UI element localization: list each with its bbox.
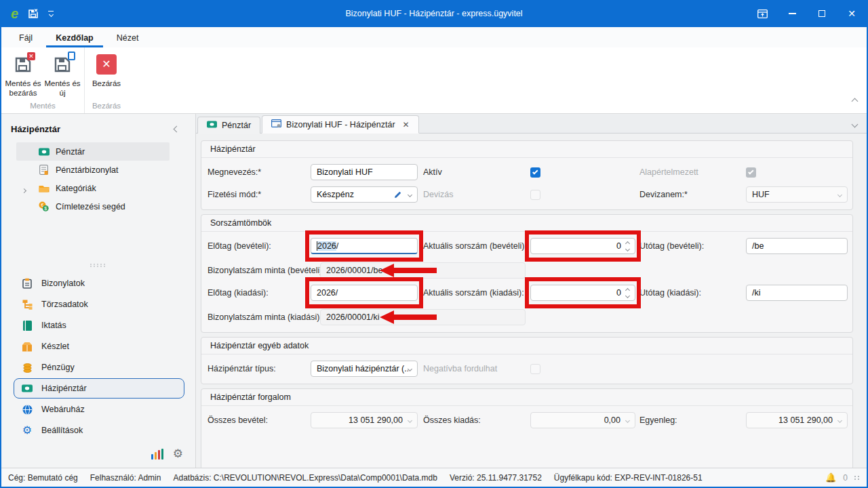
module-keszlet[interactable]: Készlet bbox=[14, 336, 184, 357]
box-icon bbox=[21, 342, 33, 352]
close-form-button[interactable]: ✕ Bezárás bbox=[87, 50, 125, 100]
module-label: Készlet bbox=[41, 342, 69, 351]
devizas-checkbox bbox=[530, 190, 540, 200]
close-form-label: Bezárás bbox=[92, 79, 121, 88]
module-label: Törzsadatok bbox=[41, 300, 88, 309]
quick-save-icon[interactable] bbox=[28, 8, 39, 19]
expand-chevron-icon[interactable] bbox=[22, 185, 26, 195]
edit-pencil-icon[interactable] bbox=[394, 190, 402, 199]
svg-text:$: $ bbox=[44, 206, 47, 211]
module-label: Beállítások bbox=[41, 426, 83, 435]
quick-access-toolbar-menu[interactable] bbox=[48, 11, 54, 17]
spin-up-icon[interactable] bbox=[625, 287, 630, 292]
receipt-document-icon bbox=[38, 165, 50, 175]
hazipenztar-tipus-dropdown[interactable]: Bizonylati házipénztár (... bbox=[311, 361, 418, 377]
title-bar: e Bizonylati HUF - Házipénztár - express… bbox=[1, 0, 867, 27]
sidebar-item-penztar[interactable]: Pénztár bbox=[16, 142, 170, 161]
group-forgalom: Házipénztár forgalom Összes bevétel: 13 … bbox=[201, 388, 853, 468]
splitter-drag-handle[interactable] bbox=[1, 261, 195, 270]
sidebar-item-penztarbizonylat[interactable]: Pénztárbizonylat bbox=[16, 161, 170, 179]
group-title: Házipénztár egyéb adatok bbox=[201, 338, 852, 354]
banknote-icon bbox=[38, 148, 50, 156]
doc-tab-penztar[interactable]: Pénztár bbox=[197, 117, 260, 134]
ribbon-group-bezaras: ✕ Bezárás Bezárás bbox=[84, 47, 128, 113]
app-window: e Bizonylati HUF - Házipénztár - express… bbox=[0, 0, 868, 488]
window-title: Bizonylati HUF - Házipénztár - express.ü… bbox=[345, 9, 522, 18]
alapertelmezett-checkbox bbox=[746, 167, 756, 178]
aktualis-sorszam-kiadasi-spinner[interactable]: 0 bbox=[530, 285, 635, 301]
save-and-close-button[interactable]: ✕ Mentés és bezárás bbox=[4, 50, 42, 100]
module-iktatas[interactable]: Iktatás bbox=[14, 315, 184, 336]
osszes-bevetel-label: Összes bevétel: bbox=[208, 415, 311, 425]
doc-tab-bizonylati-huf[interactable]: Bizonylati HUF - Házipénztár ✕ bbox=[262, 115, 419, 134]
notifications-bell-icon[interactable]: 🔔 bbox=[825, 472, 836, 483]
status-database: Adatbázis: C:\REVOLUTION\REVOL.Express\D… bbox=[173, 473, 437, 483]
maximize-button[interactable] bbox=[807, 0, 837, 27]
form-panel: Házipénztár Megnevezés:* Bizonylati HUF … bbox=[196, 134, 867, 468]
module-webaruhaz[interactable]: Webáruház bbox=[14, 399, 184, 420]
group-title: Házipénztár bbox=[201, 141, 852, 158]
module-bizonylatok[interactable]: Bizonylatok bbox=[14, 273, 184, 293]
aktiv-label: Aktív bbox=[418, 167, 530, 177]
red-close-icon: ✕ bbox=[96, 54, 117, 75]
sidebar: Házipénztár Pénztár Pénztárbizonylat bbox=[1, 114, 196, 468]
egyenleg-field: 13 051 290,00 bbox=[746, 412, 848, 428]
module-label: Webáruház bbox=[41, 405, 85, 414]
collapse-sidebar-button[interactable] bbox=[174, 126, 180, 133]
elotag-kiadasi-input[interactable]: 2026/ bbox=[311, 285, 418, 301]
osszes-kiadas-label: Összes kiadás: bbox=[418, 415, 530, 425]
collapse-ribbon-button[interactable] bbox=[852, 94, 857, 106]
sidebar-item-kategoriak[interactable]: Kategóriák bbox=[16, 179, 170, 197]
egyenleg-label: Egyenleg: bbox=[635, 415, 746, 425]
ribbon-tab-nezet[interactable]: Nézet bbox=[107, 30, 149, 47]
module-penzugy[interactable]: Pénzügy bbox=[14, 357, 184, 378]
module-label: Bizonylatok bbox=[41, 279, 85, 288]
ribbon-tab-fajl[interactable]: Fájl bbox=[9, 30, 42, 47]
statistics-chart-icon[interactable] bbox=[151, 449, 163, 460]
chevron-down-icon bbox=[837, 192, 842, 197]
utotag-beveteli-input[interactable]: /be bbox=[746, 238, 848, 254]
sidebar-item-label: Címletezési segéd bbox=[56, 202, 125, 211]
megnevezes-input[interactable]: Bizonylati HUF bbox=[311, 164, 418, 180]
ribbon-group-label-mentes: Mentés bbox=[1, 100, 84, 113]
module-hazipenztar[interactable]: Házipénztár bbox=[14, 378, 184, 399]
utotag-kiadasi-input[interactable]: /ki bbox=[746, 285, 848, 301]
close-button[interactable]: ✕ bbox=[837, 0, 867, 27]
resize-grip[interactable] bbox=[854, 476, 860, 480]
bizonylatszam-minta-beveteli-field: 2026/00001/be bbox=[320, 262, 526, 279]
osszes-bevetel-field: 13 051 290,00 bbox=[311, 412, 418, 428]
sidebar-item-cimletezesi-seged[interactable]: €$ Címletezési segéd bbox=[16, 197, 170, 216]
module-torzsadatok[interactable]: Törzsadatok bbox=[14, 294, 184, 314]
fizetesi-mod-combo[interactable]: Készpénz bbox=[311, 186, 418, 203]
folder-icon bbox=[38, 184, 50, 192]
spin-up-icon[interactable] bbox=[625, 241, 630, 245]
chevron-down-icon[interactable] bbox=[408, 367, 412, 371]
bizonylatszam-minta-kiadasi-field: 2026/00001/ki bbox=[320, 309, 526, 325]
chevron-down-icon[interactable] bbox=[408, 192, 412, 197]
spin-down-icon[interactable] bbox=[625, 293, 630, 298]
aktualis-sorszam-beveteli-spinner[interactable]: 0 bbox=[530, 238, 635, 254]
ribbon-group-label-bezaras: Bezárás bbox=[85, 100, 128, 113]
minimize-button[interactable] bbox=[777, 0, 807, 27]
group-title: Sorszámtömbök bbox=[201, 215, 852, 232]
red-x-badge-icon: ✕ bbox=[27, 52, 35, 60]
module-label: Házipénztár bbox=[41, 384, 87, 393]
save-and-new-button[interactable]: Mentés és új bbox=[43, 50, 81, 100]
ribbon-display-options-button[interactable] bbox=[747, 0, 777, 27]
aktiv-checkbox[interactable] bbox=[530, 167, 540, 178]
hierarchy-tree-icon bbox=[21, 300, 33, 310]
content-area: Pénztár Bizonylati HUF - Házipénztár ✕ H… bbox=[196, 114, 867, 468]
devizanem-dropdown[interactable]: HUF bbox=[746, 186, 848, 203]
spin-down-icon[interactable] bbox=[625, 246, 630, 251]
module-beallitasok[interactable]: ⚙ Beállítások bbox=[14, 420, 184, 441]
group-sorszamtombok: Sorszámtömbök Előtag (bevételi): 2026/ A… bbox=[201, 214, 853, 333]
osszes-kiadas-field: 0,00 bbox=[530, 412, 635, 428]
ribbon-tab-kezdolap[interactable]: Kezdőlap bbox=[46, 30, 103, 47]
tab-list-dropdown[interactable] bbox=[852, 117, 857, 129]
close-tab-icon[interactable]: ✕ bbox=[403, 120, 410, 129]
fizetesi-mod-label: Fizetési mód:* bbox=[208, 190, 311, 199]
document-tab-strip: Pénztár Bizonylati HUF - Házipénztár ✕ bbox=[196, 114, 867, 134]
elotag-beveteli-input[interactable]: 2026/ bbox=[311, 238, 418, 254]
chevron-down-icon bbox=[837, 418, 842, 422]
sidebar-settings-gear-icon[interactable]: ⚙ bbox=[173, 448, 183, 460]
